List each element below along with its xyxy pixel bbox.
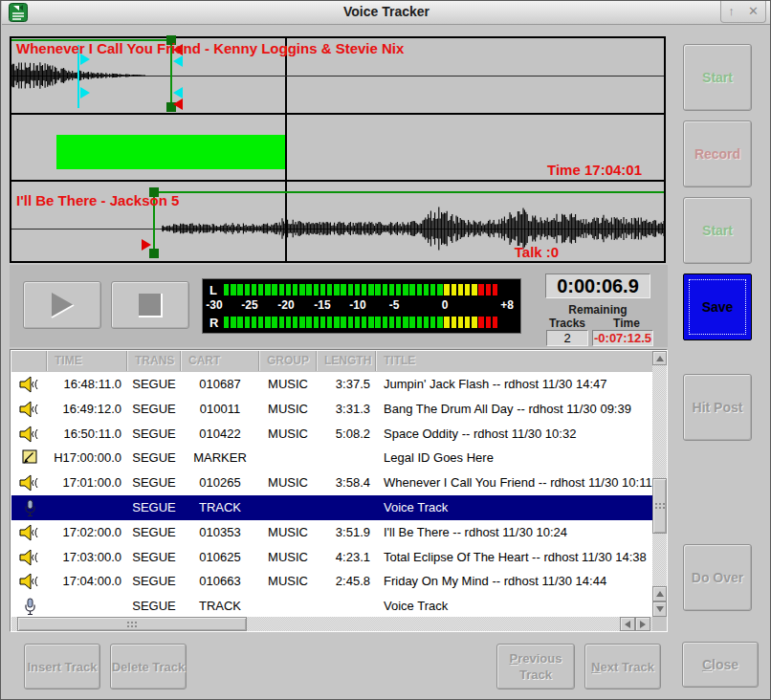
cell-time: 17:01:00.0 [47,470,127,495]
table-row[interactable]: H17:00:00.0SEGUEMARKERLegal ID Goes Here [11,446,653,470]
table-row[interactable]: SEGUETRACKVoice Track [11,594,653,619]
remaining-time-value: -0:07:12.5 [592,330,653,346]
previous-track-button[interactable]: Previous Track [496,644,575,689]
titlebar[interactable]: Voice Tracker ↑ ✕ [2,1,771,25]
segue-marker-icon[interactable] [80,87,90,98]
fade-marker-icon[interactable] [173,98,183,110]
table-row[interactable]: 16:48:11.0SEGUE010687MUSIC3:37.5Jumpin' … [11,372,653,397]
talk-time-label: Talk :0 [479,244,594,260]
cell-icon [12,594,47,619]
table-row[interactable]: 16:50:11.0SEGUE010422MUSIC5:08.2Space Od… [11,422,653,447]
cell-trans: SEGUE [127,446,181,470]
do-over-button[interactable]: Do Over [683,544,752,611]
cell-trans: SEGUE [127,594,181,619]
table-row[interactable]: 17:03:00.0SEGUE010625MUSIC4:23.1Total Ec… [11,545,653,570]
region-divider [10,113,666,115]
stop-button[interactable] [111,281,189,329]
column-header-icon[interactable] [12,351,47,371]
horizontal-scroll-thumb[interactable] [17,617,247,631]
cell-group: MUSIC [259,372,317,397]
cell-icon [12,372,47,397]
cell-icon [12,545,47,570]
save-button[interactable]: Save [683,273,752,340]
log-table-header: TIMETRANSCARTGROUPLENGTHTITLE [11,351,653,373]
table-row[interactable]: 16:49:12.0SEGUE010011MUSIC3:31.3Bang The… [11,397,653,422]
record-button[interactable]: Record [683,120,752,187]
start-playback-button[interactable]: Start [683,197,752,264]
play-button[interactable] [23,281,101,329]
cell-trans: SEGUE [127,495,181,520]
column-header-trans[interactable]: TRANS [127,351,181,371]
speaker-icon [19,401,40,418]
cell-title: Voice Track [376,495,653,520]
cell-title: Bang The Drum All Day -- rdhost 11/30 09… [376,397,653,422]
meter-scale-label: -15 [314,298,330,312]
insert-track-button[interactable]: Insert Track [24,644,100,689]
column-header-group[interactable]: GROUP [259,351,317,371]
cell-length [317,594,376,619]
scheduled-time-label: Time 17:04:01 [460,162,642,178]
cell-icon [12,520,47,545]
voice-track-block[interactable] [56,135,285,169]
cell-icon [12,446,47,470]
table-row[interactable]: SEGUETRACKVoice Track [11,495,653,520]
column-header-cart[interactable]: CART [181,351,259,371]
cell-cart: 010265 [181,470,259,495]
meter-scale-label: -30 [206,298,222,312]
cell-length [317,446,376,470]
delete-track-button[interactable]: Delete Track [110,644,187,689]
column-header-time[interactable]: TIME [47,351,127,371]
cell-title: Legal ID Goes Here [376,446,653,470]
start-record-button[interactable]: Start [683,44,752,111]
log-table: TIMETRANSCARTGROUPLENGTHTITLE 16:48:11.0… [10,349,668,632]
cell-cart: TRACK [181,495,259,520]
hit-post-button[interactable]: Hit Post [683,374,752,441]
scroll-right-button[interactable] [635,617,650,631]
cell-time: 16:48:11.0 [47,372,127,397]
cell-cart: 010663 [181,569,259,594]
window-title: Voice Tracker [2,4,771,19]
remaining-tracks-value: 2 [546,330,588,346]
cell-time [47,495,127,520]
scroll-up-button[interactable] [652,351,667,365]
remaining-tracks-label: Tracks [542,317,592,330]
table-row[interactable]: 17:02:00.0SEGUE010353MUSIC3:51.9I'll Be … [11,520,653,545]
cell-time: 17:02:00.0 [47,520,127,545]
segue-marker-icon[interactable] [173,87,183,98]
segue-marker-icon[interactable] [173,55,183,67]
cell-cart: 010625 [181,545,259,570]
fade-marker-icon[interactable] [142,239,151,251]
meter-left-label: L [209,283,217,297]
next-track-button[interactable]: Next Track [584,644,661,689]
speaker-icon [19,376,40,393]
close-button[interactable]: Close [682,642,759,688]
cell-cart: 010011 [181,397,259,422]
cell-icon [12,495,47,520]
scroll-left-button[interactable] [620,617,635,631]
cell-title: Space Oddity -- rdhost 11/30 10:32 [376,422,653,447]
shade-window-icon[interactable]: ↑ [728,2,735,21]
vertical-scroll-thumb[interactable] [652,478,667,534]
table-row[interactable]: 17:04:00.0SEGUE010663MUSIC2:45.8Friday O… [11,569,653,594]
column-header-length[interactable]: LENGTH [317,351,376,371]
log-table-rows: 16:48:11.0SEGUE010687MUSIC3:37.5Jumpin' … [11,372,653,619]
marker-icon [22,449,38,465]
cell-title: Whenever I Call You Friend -- rdhost 11/… [376,470,653,495]
column-header-title[interactable]: TITLE [376,351,653,371]
meter-scale-label: -5 [389,298,400,312]
scroll-down-button[interactable] [652,602,667,617]
cell-cart: 010687 [181,372,259,397]
scroll-up-button-2[interactable] [652,586,667,602]
table-row[interactable]: 17:01:00.0SEGUE010265MUSIC3:58.4Whenever… [11,470,653,495]
cell-group: MUSIC [259,545,317,570]
cell-icon [12,470,47,495]
cell-time: 17:03:00.0 [47,545,127,570]
meter-scale-label: -10 [349,298,365,312]
voice-tracker-window: Voice Tracker ↑ ✕ Whenever I Call You Fr… [0,0,771,700]
meter-scale-label: +8 [500,298,514,312]
cell-group [259,446,317,470]
speaker-icon [19,524,40,541]
close-window-icon[interactable]: ✕ [748,2,759,21]
cell-icon [12,422,47,447]
speaker-icon [19,474,40,492]
